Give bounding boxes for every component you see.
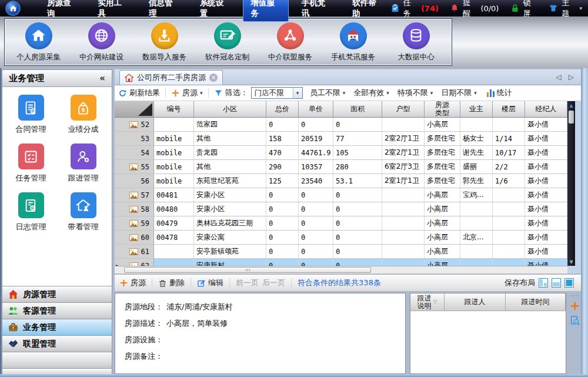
edit-button[interactable]: 编辑 — [197, 278, 223, 288]
ribbon-button[interactable]: 软件冠名定制 — [196, 22, 259, 62]
scroll-down-icon[interactable]: ▼ — [569, 259, 573, 265]
filter-dropdown[interactable]: 员工不限▾ — [306, 88, 350, 98]
scrollbar-thumb[interactable] — [124, 267, 371, 273]
tab-prev-icon[interactable]: ◁ — [556, 73, 562, 81]
chevron-down-icon[interactable]: ▾ — [579, 5, 582, 11]
table-cell — [493, 202, 525, 216]
layout-split-button[interactable] — [552, 278, 561, 288]
table-row[interactable]: 52范家园000小高层聂小倩 — [115, 118, 567, 132]
table-row[interactable]: 5800480安康小区000小高层聂小倩 — [115, 202, 567, 216]
delete-button[interactable]: 删除 — [158, 278, 185, 288]
table-row[interactable]: 6000478安康公寓000小高层北京...聂小倩 — [115, 231, 567, 245]
table-row[interactable]: 56mobile东苑世纪茗苑1252354053.12室1厅1卫多层住宅郭先生1… — [115, 174, 567, 188]
table-cell: 280 — [333, 160, 382, 174]
column-header-selector[interactable] — [115, 101, 154, 118]
table-cell: 2室2厅1卫 — [382, 146, 425, 159]
followup-column-header[interactable]: 跟进时间 — [506, 293, 566, 311]
column-header[interactable]: 编号 — [154, 101, 194, 118]
filter-dropdown[interactable]: 特项不限▾ — [393, 88, 437, 98]
filter-dropdown[interactable]: 日期不限▾ — [437, 88, 481, 98]
table-row[interactable]: 54mobile贵龙园47044761.91052室2厅1卫多层住宅谢先生10/… — [115, 146, 567, 160]
search-followup-button[interactable] — [570, 315, 580, 326]
module-button[interactable]: 合同管理 — [16, 95, 46, 135]
collapse-icon[interactable]: « — [99, 73, 105, 84]
ribbon-button[interactable]: 中介联盟服务 — [259, 22, 322, 62]
column-header[interactable]: 面积 — [333, 101, 382, 118]
menu-item[interactable]: 增值服务 — [243, 0, 289, 22]
scrollbar-thumb[interactable] — [569, 111, 574, 124]
module-button[interactable]: 带看管理 — [68, 192, 99, 232]
table-row[interactable]: 5700481安康小区000小高层宝鸡...聂小倩 — [115, 188, 567, 202]
horizontal-scrollbar[interactable] — [115, 266, 567, 273]
column-header[interactable]: 单价 — [299, 101, 333, 118]
sidebar-accordion-item[interactable]: 联盟管理 — [2, 335, 112, 352]
layout-full-button[interactable] — [564, 278, 574, 288]
column-header[interactable]: 总价 — [266, 101, 299, 118]
close-icon[interactable]: × — [209, 74, 218, 82]
add-followup-button[interactable]: + — [570, 301, 580, 311]
menu-item[interactable]: 软件帮助 — [345, 0, 390, 22]
sidebar-accordion-item[interactable]: 房源管理 — [2, 286, 112, 302]
table-row[interactable]: 55mobile其他290103572806室2厅3卫多层住宅盛丽2/2聂小倩 — [115, 160, 567, 174]
menu-item[interactable]: 手机梵讯 — [294, 0, 340, 22]
accordion-empty — [2, 352, 112, 368]
table-row[interactable]: 5900479奥林匹克花园三期000小高层聂小倩 — [115, 216, 567, 231]
sidebar-accordion-item[interactable]: 业务管理 — [2, 319, 112, 335]
followup-column-header[interactable]: 跟进说明▽ — [410, 293, 445, 311]
module-button[interactable]: 任务管理 — [16, 144, 46, 184]
table-cell — [460, 245, 493, 258]
menu-item[interactable]: 实用工具 — [91, 0, 136, 22]
module-button[interactable]: 跟进管理 — [68, 144, 99, 184]
filter-dropdown[interactable]: 全部有效▾ — [349, 88, 393, 98]
next-page-button[interactable]: 后一页 — [262, 278, 285, 288]
column-header[interactable]: 小区 — [194, 101, 266, 118]
ribbon-button[interactable]: 中介网站建设 — [70, 22, 133, 62]
task-label[interactable]: 任务 — [403, 0, 417, 19]
photo-icon — [129, 121, 138, 128]
lock-label[interactable]: 锁屏 — [523, 0, 537, 19]
ribbon-button[interactable]: 大数据中心 — [385, 22, 447, 62]
add-house-button[interactable]: + 房源 — [119, 278, 146, 288]
chevron-down-icon[interactable]: ▾ — [293, 88, 302, 98]
column-header[interactable]: 经纪人 — [525, 101, 567, 118]
vertical-scrollbar[interactable]: ▲ ▼ — [567, 101, 575, 266]
table-row[interactable]: ▶62安康新村000小高层聂小倩 — [115, 259, 567, 266]
column-header[interactable]: 楼层 — [493, 101, 525, 118]
column-header[interactable]: 户型 — [382, 101, 425, 118]
module-button[interactable]: 日志管理 — [16, 192, 46, 232]
table-cell: 聂小倩 — [525, 245, 567, 258]
table-cell — [493, 245, 525, 258]
stats-button[interactable]: 统计 — [484, 88, 512, 98]
tab-next-icon[interactable]: ▷ — [569, 73, 574, 81]
menu-item[interactable]: 系统设置 — [192, 0, 238, 22]
table-cell: 0 — [333, 245, 382, 258]
table-cell: 谢先生 — [460, 146, 493, 159]
table-row[interactable]: 61安亭新镇颂苑000小高层聂小倩 — [115, 245, 567, 259]
table-cell: 安康新村 — [194, 259, 266, 266]
remind-label[interactable]: 提醒 — [463, 0, 477, 19]
module-button[interactable]: $业绩分成 — [68, 95, 99, 135]
add-house-button[interactable]: + 房源 ▾ — [171, 88, 203, 98]
ribbon-button[interactable]: 个人房源采集 — [7, 22, 70, 62]
ribbon-button[interactable]: 数据导入服务 — [133, 22, 196, 62]
menu-item[interactable]: 信息管理 — [141, 0, 187, 22]
prev-page-button[interactable]: 前一页 — [236, 278, 259, 288]
sidebar-accordion-item[interactable]: 客源管理 — [2, 302, 112, 319]
tab-company-houses[interactable]: 公司所有二手房房源 × — [119, 70, 223, 85]
drag-handle[interactable] — [571, 295, 579, 296]
followup-column-header[interactable]: 跟进人 — [445, 293, 506, 311]
app-logo-icon[interactable] — [5, 1, 21, 16]
column-header[interactable]: 业主 — [460, 101, 493, 118]
menu-item[interactable]: 房源查询 — [39, 0, 85, 22]
table-cell: 00478 — [154, 231, 194, 244]
refresh-button[interactable]: 刷新结果 — [118, 88, 160, 98]
scroll-up-icon[interactable]: ▲ — [569, 103, 573, 108]
column-header[interactable]: 房源类型 — [425, 101, 460, 118]
store-filter-combobox[interactable]: 门店不限 ▾ — [251, 87, 303, 99]
table-cell: 安康小区 — [194, 202, 266, 216]
table-row[interactable]: 53mobile其他15820519772室2厅1卫多层住宅杨女士1/14聂小倩 — [115, 132, 567, 146]
theme-label[interactable]: 主题 — [562, 0, 576, 19]
layout-sidebar-button[interactable] — [539, 278, 548, 288]
ribbon-button[interactable]: 手机梵讯服务 — [322, 22, 385, 62]
table-cell — [382, 216, 425, 230]
